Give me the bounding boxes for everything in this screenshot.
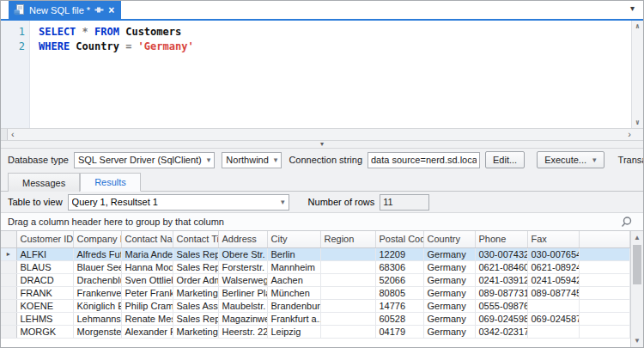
row-indicator[interactable] (1, 325, 16, 338)
grid-cell[interactable]: Philip Cramer (121, 299, 173, 312)
group-by-bar[interactable]: Drag a column header here to group by th… (1, 212, 643, 231)
column-header[interactable]: Contact Na... (121, 231, 173, 247)
grid-cell[interactable]: Blauer See... (73, 260, 121, 273)
scroll-left-icon[interactable]: ‹ (11, 129, 15, 140)
grid-cell[interactable]: MORGK (16, 325, 73, 338)
grid-cell[interactable]: Alfreds Futt... (73, 247, 121, 260)
grid-cell[interactable]: Maria Anders (121, 247, 173, 260)
row-indicator[interactable]: ▸ (1, 247, 16, 260)
splitter-grip[interactable] (1, 129, 8, 140)
column-header[interactable]: Postal Code (375, 231, 423, 247)
column-header[interactable]: City (267, 231, 320, 247)
grid-cell[interactable]: 80805 (375, 286, 423, 299)
grid-cell[interactable]: Germany (423, 260, 475, 273)
column-header[interactable]: Country (423, 231, 475, 247)
grid-cell[interactable]: 030-0074321 (475, 247, 527, 260)
grid-cell[interactable]: 0555-09876 (475, 299, 527, 312)
grid-cell[interactable] (320, 312, 375, 325)
tab-results[interactable]: Results (80, 173, 141, 192)
grid-cell[interactable]: Walserweg... (218, 273, 267, 286)
row-indicator[interactable] (1, 286, 16, 299)
table-row[interactable]: BLAUSBlauer See...Hanna MoosSales Repre.… (1, 260, 630, 273)
table-row[interactable]: DRACDDrachenblut...Sven OttliebOrder Adm… (1, 273, 630, 286)
grid-cell[interactable]: Sales Repre... (173, 260, 218, 273)
grid-cell[interactable] (527, 325, 579, 338)
sql-editor[interactable]: 1SELECT * FROM Customers2WHERE Country =… (1, 21, 643, 128)
table-row[interactable]: FRANKFrankenver...Peter Frank...Marketin… (1, 286, 630, 299)
grid-cell[interactable]: 069-0245984 (475, 312, 527, 325)
tab-list-dropdown-icon[interactable]: ▾ (630, 3, 635, 13)
grid-cell[interactable]: LEHMS (16, 312, 73, 325)
grid-cell[interactable]: 0241-059428 (527, 273, 579, 286)
grid-cell[interactable]: Berlin (267, 247, 320, 260)
row-indicator[interactable] (1, 273, 16, 286)
grid-cell[interactable]: 0241-039123 (475, 273, 527, 286)
grid-cell[interactable]: Drachenblut... (73, 273, 121, 286)
grid-cell[interactable]: Aachen (267, 273, 320, 286)
grid-cell[interactable]: Marketing A... (173, 325, 218, 338)
row-indicator[interactable] (1, 312, 16, 325)
tab-new-sql-file[interactable]: New SQL file * × (9, 1, 121, 19)
grid-cell[interactable]: Hanna Moos (121, 260, 173, 273)
grid-cell[interactable]: Königlich Es... (73, 299, 121, 312)
grid-cell[interactable] (320, 247, 375, 260)
grid-cell[interactable]: Germany (423, 247, 475, 260)
grid-cell[interactable]: Germany (423, 273, 475, 286)
table-row[interactable]: ▸ALFKIAlfreds Futt...Maria AndersSales R… (1, 247, 630, 260)
table-row[interactable]: KOENEKöniglich Es...Philip CramerSales A… (1, 299, 630, 312)
scroll-up-icon[interactable]: ▲ (631, 234, 643, 241)
code-line[interactable]: 2WHERE Country = 'Germany' (1, 40, 643, 54)
grid-cell[interactable]: 069-0245874 (527, 312, 579, 325)
driver-combobox[interactable]: SQL Server Driver (SqlClient) ▾ (74, 152, 215, 168)
grid-cell[interactable]: Obere Str. 57 (218, 247, 267, 260)
tab-messages[interactable]: Messages (8, 173, 80, 192)
column-header[interactable]: Company N... (73, 231, 121, 247)
grid-cell[interactable]: Peter Frank... (121, 286, 173, 299)
edit-connection-button[interactable]: Edit... (485, 151, 525, 168)
grid-vertical-scrollbar[interactable]: ▲ ▼ (630, 231, 643, 347)
grid-cell[interactable]: Leipzig (267, 325, 320, 338)
grid-cell[interactable]: DRACD (16, 273, 73, 286)
row-indicator[interactable] (1, 260, 16, 273)
grid-cell[interactable]: Sales Repre... (173, 312, 218, 325)
grid-cell[interactable]: Renate Mes... (121, 312, 173, 325)
column-header[interactable]: Contact Title (173, 231, 218, 247)
grid-cell[interactable] (320, 286, 375, 299)
close-tab-icon[interactable]: × (108, 5, 114, 15)
grid-cell[interactable]: 60528 (375, 312, 423, 325)
grid-cell[interactable]: Lehmanns... (73, 312, 121, 325)
grid-cell[interactable]: Forsterstr. 57 (218, 260, 267, 273)
execute-button[interactable]: Execute... ▾ (537, 151, 604, 168)
search-icon[interactable] (620, 216, 633, 230)
grid-cell[interactable]: 089-0877451 (527, 286, 579, 299)
column-header[interactable]: Region (320, 231, 375, 247)
editor-horizontal-scrollbar[interactable]: ‹ › (1, 128, 643, 140)
grid-cell[interactable]: Sales Repre... (173, 247, 218, 260)
grid-cell[interactable]: 030-0076545 (527, 247, 579, 260)
grid-cell[interactable]: Frankfurt a.... (267, 312, 320, 325)
grid-cell[interactable] (527, 299, 579, 312)
grid-cell[interactable]: Mannheim (267, 260, 320, 273)
column-header[interactable]: Fax (527, 231, 579, 247)
grid-cell[interactable]: 12209 (375, 247, 423, 260)
column-header[interactable]: Phone (475, 231, 527, 247)
grid-cell[interactable]: Marketing M... (173, 286, 218, 299)
grid-cell[interactable] (320, 325, 375, 338)
grid-cell[interactable]: 14776 (375, 299, 423, 312)
grid-cell[interactable]: Sales Associ... (173, 299, 218, 312)
scroll-down-icon[interactable]: ▼ (631, 337, 643, 345)
grid-cell[interactable]: 68306 (375, 260, 423, 273)
grid-cell[interactable]: Maubelstr. 90 (218, 299, 267, 312)
grid-cell[interactable]: KOENE (16, 299, 73, 312)
grid-cell[interactable]: Heerstr. 22 (218, 325, 267, 338)
grid-cell[interactable]: Germany (423, 312, 475, 325)
grid-cell[interactable]: 089-0877310 (475, 286, 527, 299)
scroll-right-icon[interactable]: › (628, 129, 631, 140)
grid-cell[interactable]: Morgenster... (73, 325, 121, 338)
column-header[interactable]: Customer ID (16, 231, 73, 247)
grid-cell[interactable]: 0342-023176 (475, 325, 527, 338)
table-row[interactable]: LEHMSLehmanns...Renate Mes...Sales Repre… (1, 312, 630, 325)
row-indicator[interactable] (1, 299, 16, 312)
grid-cell[interactable]: Germany (423, 299, 475, 312)
grid-cell[interactable] (320, 273, 375, 286)
